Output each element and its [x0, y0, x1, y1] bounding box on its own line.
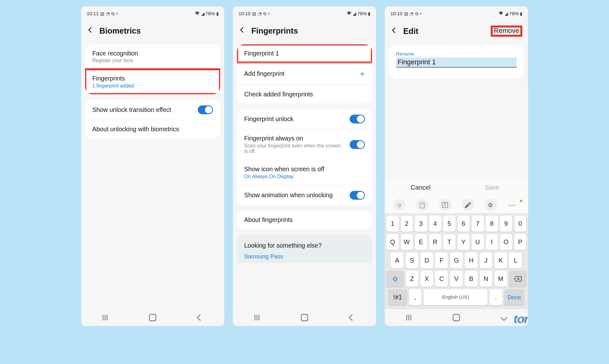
back-icon[interactable] — [238, 26, 247, 36]
animation-toggle[interactable] — [350, 191, 365, 200]
key-v[interactable]: V — [450, 271, 463, 287]
home-button[interactable] — [300, 314, 308, 322]
home-button[interactable] — [452, 314, 460, 322]
symbols-key[interactable]: !#1 — [389, 289, 407, 305]
always-on-toggle[interactable] — [350, 140, 365, 149]
about-fingerprints-label: About fingerprints — [244, 217, 365, 224]
about-fingerprints-row[interactable]: About fingerprints — [237, 211, 372, 229]
status-bar: 10:11 ▧ ◔ ⧉ • ◢ 76% ▮ — [81, 6, 224, 17]
nav-back-button[interactable] — [348, 314, 356, 322]
recents-button[interactable] — [405, 314, 413, 322]
about-unlocking-label: About unlocking with biometrics — [92, 126, 213, 133]
key-g[interactable]: G — [450, 252, 463, 268]
save-button[interactable]: Save — [456, 184, 528, 192]
back-icon[interactable] — [390, 27, 398, 36]
key-j[interactable]: J — [480, 252, 492, 268]
dot-icon: • — [268, 11, 270, 16]
key-4[interactable]: 4 — [429, 216, 441, 231]
face-recognition-row[interactable]: Face recognition Register your face. — [85, 44, 220, 69]
key-9[interactable]: 9 — [500, 216, 512, 231]
status-bar: 10:10 ▧ ◔ ⧉ • ◢ 76% ▮ — [385, 6, 528, 17]
wifi-icon — [346, 11, 351, 16]
key-o[interactable]: O — [500, 234, 512, 250]
key-h[interactable]: H — [465, 252, 477, 268]
key-y[interactable]: Y — [457, 234, 469, 250]
clipboard-icon[interactable]: 📋 — [416, 199, 428, 211]
comma-key[interactable]: , — [409, 289, 422, 305]
battery-icon: ▮ — [368, 11, 370, 16]
cast-icon: ⧉ — [263, 11, 266, 16]
back-icon[interactable] — [86, 26, 95, 36]
add-fingerprint-row[interactable]: Add fingerprint + — [237, 63, 372, 85]
show-animation-row[interactable]: Show animation when unlocking — [237, 185, 372, 205]
key-2[interactable]: 2 — [401, 216, 413, 231]
key-s[interactable]: S — [406, 252, 418, 268]
space-key[interactable]: English (US) — [423, 289, 488, 305]
settings-icon[interactable]: ⚙ — [485, 199, 497, 211]
key-a[interactable]: A — [391, 252, 403, 268]
key-k[interactable]: K — [494, 252, 507, 268]
rename-input[interactable] — [396, 57, 517, 68]
key-b[interactable]: B — [465, 271, 477, 287]
mic-icon[interactable]: 🎤 — [462, 199, 474, 211]
recents-button[interactable] — [253, 314, 261, 322]
key-0[interactable]: 0 — [514, 216, 526, 231]
battery-text: 76% — [357, 11, 367, 16]
backspace-key[interactable] — [509, 271, 526, 287]
key-m[interactable]: M — [494, 271, 507, 287]
emoji-icon[interactable]: ☺ — [393, 199, 405, 211]
fingerprint-1-label: Fingerprint 1 — [244, 50, 365, 57]
transition-toggle[interactable] — [198, 105, 213, 114]
text-icon[interactable]: 🅃 — [439, 199, 451, 211]
key-i[interactable]: I — [486, 234, 498, 250]
clock-icon: ◔ — [106, 11, 110, 16]
key-n[interactable]: N — [480, 271, 492, 287]
fingerprint-unlock-row[interactable]: Fingerprint unlock — [237, 109, 372, 129]
more-icon[interactable]: ⋯ — [507, 199, 519, 211]
clock-icon: ◔ — [258, 11, 262, 16]
period-key[interactable]: . — [489, 289, 502, 305]
key-c[interactable]: C — [435, 271, 448, 287]
always-on-label: Fingerprint always on — [244, 135, 345, 142]
always-on-row[interactable]: Fingerprint always on Scan your fingerpr… — [237, 129, 372, 160]
key-e[interactable]: E — [415, 234, 427, 250]
check-fingerprints-row[interactable]: Check added fingerprints — [237, 85, 372, 103]
home-button[interactable] — [149, 314, 157, 322]
key-t[interactable]: T — [443, 234, 455, 250]
cancel-button[interactable]: Cancel — [385, 184, 456, 192]
keyboard-toolbar: ☺ 📋 🅃 🎤 ⚙ ⋯ — [385, 197, 528, 213]
key-f[interactable]: F — [435, 252, 448, 268]
hide-keyboard-button[interactable] — [500, 314, 508, 322]
key-u[interactable]: U — [472, 234, 484, 250]
shift-key[interactable] — [386, 271, 403, 287]
key-w[interactable]: W — [401, 234, 413, 250]
unlock-toggle[interactable] — [350, 114, 365, 123]
rename-label: Rename — [396, 51, 517, 57]
fingerprint-1-row[interactable]: Fingerprint 1 — [237, 44, 372, 63]
key-r[interactable]: R — [429, 234, 441, 250]
key-6[interactable]: 6 — [457, 216, 469, 231]
fingerprints-row[interactable]: Fingerprints 1 fingerprint added — [85, 69, 220, 94]
nav-back-button[interactable] — [196, 314, 204, 322]
key-q[interactable]: Q — [386, 234, 398, 250]
key-p[interactable]: P — [514, 234, 526, 250]
key-z[interactable]: Z — [406, 271, 418, 287]
transition-effect-row[interactable]: Show unlock transition effect — [85, 100, 220, 120]
done-key[interactable]: Done — [504, 289, 524, 305]
key-1[interactable]: 1 — [386, 216, 398, 231]
fingerprints-sub: 1 fingerprint added — [92, 83, 213, 89]
recents-button[interactable] — [101, 314, 109, 322]
samsung-pass-link[interactable]: Samsung Pass — [244, 253, 365, 260]
key-5[interactable]: 5 — [443, 216, 455, 231]
show-icon-row[interactable]: Show icon when screen is off On Always O… — [237, 160, 372, 185]
key-l[interactable]: L — [509, 252, 522, 268]
remove-button[interactable]: Remove — [491, 26, 521, 36]
key-3[interactable]: 3 — [415, 216, 427, 231]
battery-icon: ▮ — [520, 11, 522, 16]
image-icon: ▧ — [100, 11, 104, 16]
key-d[interactable]: D — [420, 252, 433, 268]
key-8[interactable]: 8 — [486, 216, 498, 231]
key-x[interactable]: X — [420, 271, 433, 287]
key-7[interactable]: 7 — [472, 216, 484, 231]
about-unlocking-row[interactable]: About unlocking with biometrics — [85, 120, 220, 139]
